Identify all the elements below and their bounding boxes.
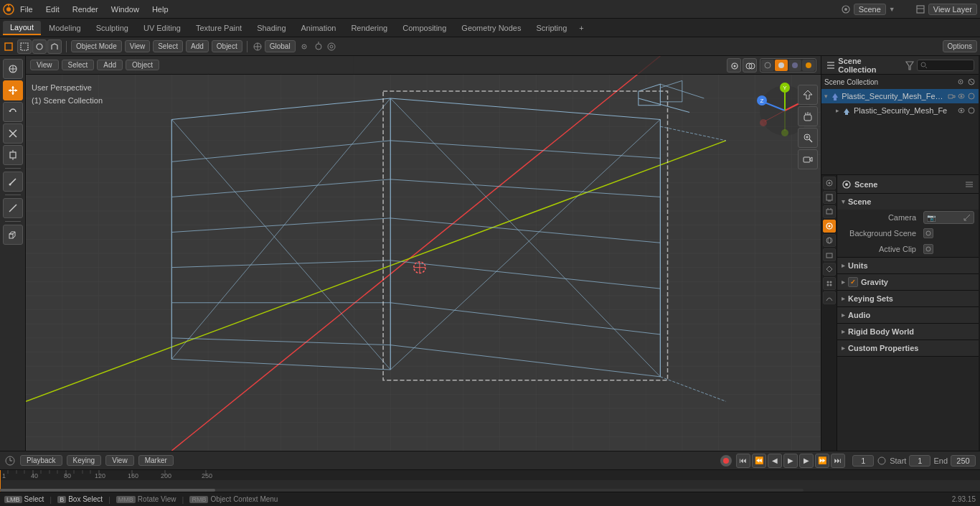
viewport-3d[interactable]: View Select Add Object xyxy=(26,56,821,451)
prop-tab-physics[interactable] xyxy=(823,291,836,304)
record-btn[interactable] xyxy=(720,455,732,467)
current-frame-input[interactable]: 1 xyxy=(852,455,874,467)
add-cube-btn[interactable] xyxy=(3,225,23,245)
scale-tool-btn[interactable] xyxy=(3,123,23,144)
ws-tab-geometry[interactable]: Geometry Nodes xyxy=(454,22,528,34)
audio-section-header[interactable]: ▸ Audio xyxy=(837,307,979,323)
vp-render-btn[interactable] xyxy=(802,60,815,71)
ws-tab-texture[interactable]: Texture Paint xyxy=(189,22,249,34)
restrict-render-icon[interactable] xyxy=(967,78,976,86)
ws-tab-sculpting[interactable]: Sculpting xyxy=(89,22,136,34)
prop-active-clip-toggle[interactable] xyxy=(923,244,933,254)
outliner-search[interactable] xyxy=(917,60,974,71)
ws-tab-add[interactable]: + xyxy=(575,22,588,34)
outliner-filter-icon[interactable] xyxy=(905,60,914,70)
options-btn[interactable]: Options xyxy=(943,40,977,52)
vp-zoom-btn[interactable] xyxy=(798,128,818,148)
select-circle-icon[interactable] xyxy=(32,39,47,54)
outliner-eye-icon-0[interactable] xyxy=(957,92,966,100)
vp-camera-persp-btn[interactable] xyxy=(727,58,741,72)
prop-tab-viewlayer[interactable] xyxy=(823,205,836,218)
jump-start-btn[interactable]: ⏮ xyxy=(736,454,750,468)
cursor-tool-btn[interactable] xyxy=(3,59,23,79)
start-frame-input[interactable]: 1 xyxy=(909,455,930,467)
prev-frame-btn[interactable]: ◀ xyxy=(768,454,782,468)
outliner-item-1[interactable]: ▸ Plastic_Security_Mesh_Fe xyxy=(821,103,979,118)
view-layer-name[interactable]: View Layer xyxy=(928,4,977,15)
vp-hand-btn[interactable] xyxy=(798,106,818,126)
outliner-item-0[interactable]: ▾ Plastic_Security_Mesh_Fence. xyxy=(821,89,979,103)
vp-camera-btn[interactable] xyxy=(798,149,818,169)
vp-overlay-btn[interactable] xyxy=(743,58,757,72)
gravity-checkbox[interactable]: ✓ xyxy=(848,277,858,287)
jump-end-btn[interactable]: ⏭ xyxy=(831,454,845,468)
prop-tab-output[interactable] xyxy=(823,191,836,204)
object-mode-btn[interactable]: Object Mode xyxy=(71,40,122,52)
vp-object-btn[interactable]: Object xyxy=(126,60,159,70)
vp-add-btn[interactable]: Add xyxy=(97,60,123,70)
timeline-track[interactable]: 1 40 80 120 160 200 250 xyxy=(0,470,980,492)
outliner-render-icon-1[interactable] xyxy=(967,106,976,115)
menu-help[interactable]: Help xyxy=(146,4,174,15)
vp-material-btn[interactable] xyxy=(788,60,801,71)
keying-sets-header[interactable]: ▸ Keying Sets xyxy=(837,291,979,306)
menu-window[interactable]: Window xyxy=(105,4,145,15)
next-frame-btn[interactable]: ▶ xyxy=(799,454,814,468)
outliner-render-icon-0[interactable] xyxy=(967,92,976,100)
vp-view-btn[interactable]: View xyxy=(30,60,59,70)
transform-space-btn[interactable]: Global xyxy=(265,40,296,52)
restrict-viewport-icon[interactable] xyxy=(956,78,965,86)
vp-cursor-btn[interactable] xyxy=(798,85,818,105)
select-btn[interactable]: Select xyxy=(153,40,183,52)
units-section-header[interactable]: ▸ Units xyxy=(837,258,979,273)
prop-tab-world[interactable] xyxy=(823,234,836,247)
end-frame-input[interactable]: 250 xyxy=(951,455,976,467)
scene-section-header[interactable]: ▾ Scene xyxy=(837,194,979,210)
jump-next-keyframe-btn[interactable]: ⏩ xyxy=(815,454,829,468)
outliner-eye-icon-1[interactable] xyxy=(957,106,966,115)
object-btn[interactable]: Object xyxy=(212,40,242,52)
menu-edit[interactable]: Edit xyxy=(40,4,65,15)
ws-tab-compositing[interactable]: Compositing xyxy=(395,22,453,34)
ws-tab-layout[interactable]: Layout xyxy=(3,21,41,35)
timeline-keying-btn[interactable]: Keying xyxy=(67,455,102,466)
rigid-body-header[interactable]: ▸ Rigid Body World xyxy=(837,324,979,339)
menu-file[interactable]: File xyxy=(14,4,39,15)
prop-tab-modifier[interactable] xyxy=(823,263,836,276)
transform-tool-btn[interactable] xyxy=(3,145,23,165)
prop-tab-object[interactable] xyxy=(823,248,836,261)
custom-props-header[interactable]: ▸ Custom Properties xyxy=(837,340,979,356)
timeline-marker-btn[interactable]: Marker xyxy=(138,455,174,466)
ws-tab-shading[interactable]: Shading xyxy=(250,22,293,34)
view-btn[interactable]: View xyxy=(125,40,151,52)
measure-tool-btn[interactable] xyxy=(3,198,23,218)
ws-tab-rendering[interactable]: Rendering xyxy=(344,22,395,34)
menu-render[interactable]: Render xyxy=(67,4,104,15)
prop-bg-scene-toggle[interactable] xyxy=(923,228,933,238)
vp-solid-btn[interactable] xyxy=(775,60,788,71)
vp-select-btn[interactable]: Select xyxy=(62,60,95,70)
prop-panel-options-icon[interactable] xyxy=(964,179,974,189)
move-tool-btn[interactable] xyxy=(3,80,23,100)
ws-tab-animation[interactable]: Animation xyxy=(294,22,344,34)
gravity-section-header[interactable]: ▸ ✓ Gravity xyxy=(837,274,979,290)
annotate-tool-btn[interactable] xyxy=(3,172,23,192)
prop-camera-value[interactable]: 📷 xyxy=(923,211,974,224)
prop-tab-scene[interactable] xyxy=(823,220,836,233)
timeline-view-btn[interactable]: View xyxy=(105,455,134,466)
prop-tab-particles[interactable] xyxy=(823,277,836,290)
ws-tab-modeling[interactable]: Modeling xyxy=(42,22,88,34)
add-btn[interactable]: Add xyxy=(186,40,209,52)
select-box-icon[interactable] xyxy=(17,39,32,54)
prop-tab-render[interactable] xyxy=(823,177,836,189)
rotate-tool-btn[interactable] xyxy=(3,102,23,122)
vp-wireframe-btn[interactable] xyxy=(761,60,774,71)
outliner-cam-icon-0[interactable] xyxy=(947,92,956,100)
ws-tab-uv[interactable]: UV Editing xyxy=(136,22,188,34)
select-lasso-icon[interactable] xyxy=(47,39,62,54)
scene-name[interactable]: Scene xyxy=(854,4,886,15)
jump-prev-keyframe-btn[interactable]: ⏪ xyxy=(752,454,766,468)
play-btn[interactable]: ▶ xyxy=(783,454,798,468)
ws-tab-scripting[interactable]: Scripting xyxy=(529,22,574,34)
timeline-playback-btn[interactable]: Playback xyxy=(20,455,62,466)
